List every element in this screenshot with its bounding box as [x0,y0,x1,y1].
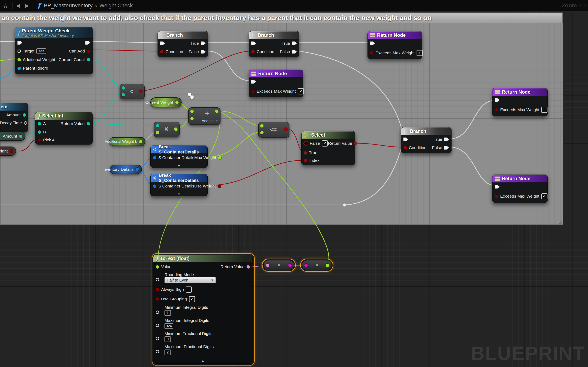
exec-in-pin[interactable] [495,184,499,189]
current-weight-out-pin[interactable] [175,101,179,104]
input-pin-b[interactable] [190,117,194,120]
exceeds-max-weight-pin[interactable] [495,108,498,111]
true-pin[interactable] [303,150,307,155]
decay-time-pin[interactable] [24,121,27,125]
exec-out-pin[interactable] [85,41,90,45]
use-weight-out-pin[interactable] [218,184,221,188]
input-pin-a[interactable] [190,109,194,113]
node-break-container-details-2[interactable]: Break S_ContainerDetails S Container Det… [150,174,208,196]
exec-in-pin[interactable] [160,41,165,46]
wire[interactable] [205,132,260,157]
node-return-top[interactable]: Return Node Exceeds Max Weight ✓ [368,31,422,59]
max-integral-input[interactable]: 324 [164,323,173,329]
wire[interactable] [450,147,495,185]
exec-in-pin[interactable] [251,41,256,46]
collapse-toggle[interactable]: ▲ [151,192,207,195]
wire[interactable] [90,94,121,123]
exceeds-max-weight-pin[interactable] [495,195,498,198]
reroute-node[interactable] [343,204,346,207]
use-grouping-pin[interactable] [156,297,159,301]
return-value-pin[interactable] [247,265,250,269]
back-button[interactable]: ◀ [16,2,20,9]
wire[interactable] [90,123,155,125]
node-break-container-details-1[interactable]: Break S_ContainerDetails S Container Det… [150,146,208,168]
amount-pin[interactable] [23,113,26,117]
collapse-toggle[interactable]: ▲ [153,359,252,363]
node-item-partial[interactable]: em Amount Decay Time [0,103,28,132]
condition-pin[interactable] [403,146,407,150]
wire[interactable] [299,51,404,139]
output-pin[interactable] [139,90,143,93]
a-pin[interactable] [38,122,41,125]
node-less-than[interactable]: < [120,84,145,100]
wire[interactable] [450,100,495,139]
wire[interactable] [352,143,403,147]
container-details-in-pin[interactable] [153,184,156,188]
input-pin-b[interactable] [121,93,125,96]
exec-in-pin[interactable] [17,41,22,45]
output-pin[interactable] [284,128,287,131]
string-out-pin[interactable] [288,264,292,267]
true-exec-pin[interactable] [444,137,449,142]
forward-button[interactable]: ▶ [25,2,29,9]
collapse-toggle[interactable]: ▲ [151,163,207,167]
conv-node-string-to-float[interactable] [302,260,332,270]
wire[interactable] [90,50,159,51]
max-weight-out-pin[interactable] [218,156,221,159]
false-exec-pin[interactable] [292,50,297,54]
exec-in-pin[interactable] [495,98,499,102]
false-pin[interactable] [303,141,308,146]
condition-pin[interactable] [160,50,163,53]
node-multiply[interactable]: × [154,122,180,137]
text-in-pin[interactable] [266,264,269,267]
pick-a-pin[interactable] [38,138,41,142]
exec-in-pin[interactable] [251,80,256,84]
pill-inventory-details[interactable]: Inventory Details [110,165,142,174]
all-weight-out-pin[interactable] [10,150,13,153]
wire[interactable] [205,160,304,186]
can-add-pin[interactable] [87,50,90,53]
exceeds-max-weight-pin[interactable] [370,51,373,55]
exceeds-max-weight-checkbox[interactable]: ✓ [541,193,548,200]
additional-weight-pin[interactable] [17,58,21,61]
favorite-star-icon[interactable]: ☆ [3,2,8,9]
node-branch-1[interactable]: Branch True Condition False [158,31,208,57]
current-count-pin[interactable] [87,58,90,61]
inventory-details-out-pin[interactable] [136,167,139,171]
max-fractional-input[interactable]: 2 [164,350,171,355]
min-integral-input[interactable]: 1 [164,310,171,316]
exec-in-pin[interactable] [403,137,408,142]
node-select-int[interactable]: ƒ Select Int A Return Value B Pick A [35,112,93,144]
string-in-pin[interactable] [304,264,308,267]
min-fractional-input[interactable]: 0 [164,336,171,342]
input-pin-a[interactable] [121,86,125,90]
wire[interactable] [141,51,251,91]
false-checkbox[interactable]: ✓ [322,140,328,147]
target-pin[interactable] [17,50,21,53]
wire[interactable] [208,51,251,81]
pill-all-weight[interactable]: All Weight [0,147,16,156]
output-pin[interactable] [215,109,218,113]
input-pin-b[interactable] [260,131,264,134]
pill-current-weight[interactable]: Current Weight [150,97,182,107]
rounding-mode-dropdown[interactable]: Half to Even ▼ [164,277,216,283]
true-exec-pin[interactable] [292,41,297,46]
target-self-value[interactable]: self [36,48,46,54]
always-sign-pin[interactable] [156,288,159,291]
container-details-in-pin[interactable] [153,156,156,159]
condition-pin[interactable] [251,50,255,53]
breadcrumb-root[interactable]: BP_MasterInventory [44,3,93,9]
max-integral-pin[interactable] [156,324,159,327]
conv-node-text-to-string[interactable] [263,260,294,270]
wire[interactable] [90,42,160,43]
rounding-mode-pin[interactable] [156,278,159,281]
return-value-pin[interactable] [87,122,90,125]
min-fractional-pin[interactable] [156,337,159,340]
false-exec-pin[interactable] [201,50,206,54]
wire[interactable] [90,58,121,87]
node-branch-2[interactable]: Branch True Condition False [249,31,299,57]
wire[interactable] [218,111,260,125]
parent-ignore-pin[interactable] [17,67,21,70]
exec-in-pin[interactable] [370,41,375,46]
node-branch-3[interactable]: Branch True Condition False [401,127,451,153]
